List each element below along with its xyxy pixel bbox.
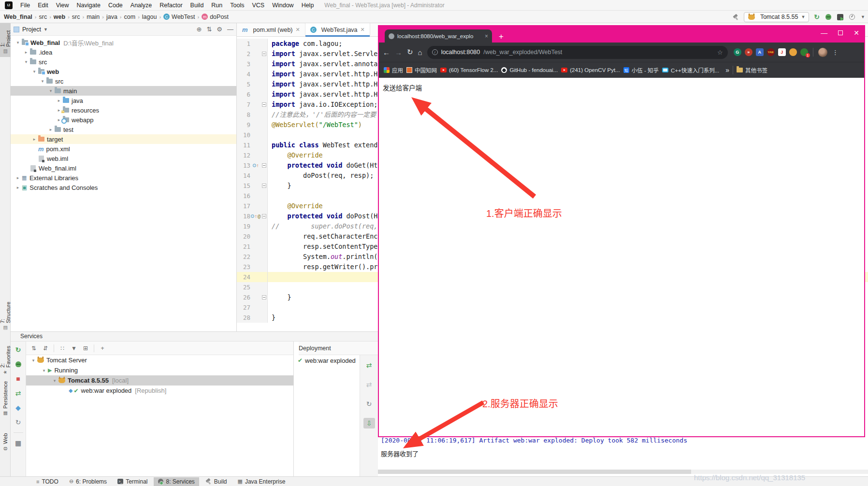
extension-icon-a[interactable]: A <box>756 48 764 56</box>
back-icon[interactable]: ← <box>383 48 390 57</box>
breadcrumb-item[interactable]: main <box>87 14 100 20</box>
sidebar-item-persistence[interactable]: ▦Persistence <box>0 379 11 418</box>
fold-marker-icon[interactable] <box>262 214 266 218</box>
rerun-icon[interactable]: ↻ <box>814 14 820 20</box>
extension-icon-j[interactable]: J <box>778 48 786 56</box>
collapse-all-icon[interactable]: ⇅ <box>206 26 212 32</box>
debug-server-icon[interactable] <box>14 360 23 369</box>
site-info-icon[interactable]: i <box>432 49 438 55</box>
tree-item-test[interactable]: ▸test <box>11 125 236 134</box>
fold-marker-icon[interactable] <box>262 102 266 107</box>
tab-close-icon[interactable]: × <box>485 33 488 40</box>
breadcrumb-item[interactable]: src <box>72 14 80 20</box>
tab-close-icon[interactable]: ✕ <box>296 27 300 33</box>
chevron-down-icon[interactable]: ▾ <box>39 79 46 84</box>
menu-edit[interactable]: Edit <box>34 1 52 10</box>
statusbar-tab-java-enterprise[interactable]: ▦Java Enterprise <box>233 477 290 486</box>
tree-item-java[interactable]: ▸java <box>11 96 236 105</box>
breadcrumb-item[interactable]: java <box>106 14 117 20</box>
chevron-down-icon[interactable]: ▾ <box>23 59 29 64</box>
browser-tab[interactable]: localhost:8080/web_war_explo × <box>385 29 492 43</box>
stop-server-icon[interactable]: ■ <box>14 374 23 383</box>
bookmark-cnki[interactable]: 中国知网 <box>406 66 437 74</box>
tab-close-icon[interactable]: ✕ <box>361 27 365 33</box>
tree-item-main[interactable]: ▾main <box>11 86 236 96</box>
menu-run[interactable]: Run <box>207 1 226 10</box>
project-panel-title[interactable]: Project <box>22 26 41 33</box>
extension-icon-ext6[interactable]: 1 <box>800 48 808 56</box>
fold-marker-icon[interactable] <box>262 163 266 168</box>
tree-item-src[interactable]: ▾src <box>11 57 236 67</box>
minimize-button[interactable]: — <box>821 29 827 37</box>
profile-avatar[interactable] <box>818 48 827 57</box>
sidebar-item-1-project[interactable]: ▤1: Project <box>0 23 11 57</box>
service-item-tomcat-server[interactable]: ▾Tomcat Server <box>26 355 293 365</box>
chevron-right-icon[interactable]: ▸ <box>23 50 29 55</box>
bookmark-bilibili[interactable]: C++快速入门系列... <box>662 66 719 74</box>
service-item-running[interactable]: ▾▶Running <box>26 365 293 375</box>
deploy-icon[interactable]: ⇄ <box>363 360 375 371</box>
chevron-right-icon[interactable]: ▸ <box>31 137 38 142</box>
tree-item-target[interactable]: ▸target <box>11 134 236 144</box>
sidebar-item-2-favorites[interactable]: ★2: Favorites <box>0 338 11 378</box>
chevron-right-icon[interactable]: ▸ <box>47 127 54 132</box>
profiler-icon[interactable] <box>849 14 855 20</box>
chevron-down-icon[interactable]: ▼ <box>43 27 48 32</box>
filter-icon[interactable]: ▼ <box>69 344 79 353</box>
refresh-deployment-icon[interactable]: ↻ <box>363 399 375 409</box>
extension-icon-g[interactable]: G <box>734 48 741 56</box>
override-marker-icon[interactable] <box>253 164 256 167</box>
tree-item--idea[interactable]: ▸.idea <box>11 47 236 57</box>
service-item-tomcat-8-5-55[interactable]: ▾Tomcat 8.5.55 [local] <box>26 375 293 386</box>
tree-item-web-iml[interactable]: web.iml <box>11 154 236 163</box>
gear-icon[interactable]: ⚙ <box>217 26 222 32</box>
scrollbar-thumb[interactable] <box>378 470 691 474</box>
chevron-down-icon[interactable]: ▾ <box>30 358 37 363</box>
forward-icon[interactable]: → <box>395 48 402 57</box>
deployment-row[interactable]: ✔web:war exploded <box>294 355 360 366</box>
hide-panel-icon[interactable]: — <box>227 26 233 32</box>
tree-item-web[interactable]: ▾web <box>11 67 236 76</box>
locate-icon[interactable]: ⊕ <box>197 26 202 32</box>
extension-icon-»[interactable]: » <box>745 48 752 56</box>
breadcrumb-item[interactable]: lagou <box>142 14 157 20</box>
extension-icon-ext5[interactable] <box>789 48 797 56</box>
bookmarks-overflow-icon[interactable]: » <box>725 66 729 74</box>
breadcrumb-item[interactable]: Web_final <box>4 14 32 20</box>
editor-tab-webtest-java[interactable]: CWebTest.java✕ <box>305 23 370 36</box>
menu-tools[interactable]: Tools <box>226 1 248 10</box>
chevron-right-icon[interactable]: ▸ <box>56 98 62 103</box>
connect-icon[interactable]: ↻ <box>14 418 23 427</box>
add-service-icon[interactable]: + <box>98 344 107 353</box>
breadcrumb-item[interactable]: com <box>124 14 136 20</box>
menu-window[interactable]: Window <box>268 1 297 10</box>
address-bar[interactable]: i localhost:8080 /web_war_exploded/WebTe… <box>427 46 728 59</box>
breadcrumb-item[interactable]: src <box>39 14 47 20</box>
debug-icon[interactable] <box>825 14 831 20</box>
fold-marker-icon[interactable] <box>262 295 266 300</box>
menu-code[interactable]: Code <box>104 1 127 10</box>
tree-item-external-libraries[interactable]: ▸≣External Libraries <box>11 173 236 183</box>
menu-refactor[interactable]: Refactor <box>156 1 186 10</box>
chevron-down-icon[interactable]: ▾ <box>51 378 58 383</box>
build-hammer-icon[interactable] <box>733 14 739 20</box>
close-button[interactable]: ✕ <box>854 29 859 37</box>
menu-view[interactable]: View <box>52 1 73 10</box>
bookmark-youtube[interactable]: (241) OpenCV Pyt... <box>561 67 620 73</box>
statusbar-tab-terminal[interactable]: >_Terminal <box>113 477 152 486</box>
bookmark-github[interactable]: GitHub - fendouai... <box>501 67 558 73</box>
new-tab-button[interactable]: + <box>499 32 504 41</box>
expand-all-icon[interactable]: ⇅ <box>29 344 39 353</box>
menu-file[interactable]: File <box>16 1 34 10</box>
update-application-icon[interactable]: ◆ <box>14 403 23 412</box>
rerun-server-icon[interactable]: ↻ <box>14 345 23 354</box>
menu-help[interactable]: Help <box>298 1 318 10</box>
statusbar-tab-8-services[interactable]: 8: Services <box>154 477 199 486</box>
chevron-down-icon[interactable]: ▼ <box>861 14 865 19</box>
other-bookmarks-button[interactable]: 其他书签 <box>737 66 767 74</box>
browser-menu-icon[interactable]: ⋮ <box>832 49 839 56</box>
bookmark-youtube[interactable]: (60) TensorFlow 2... <box>440 67 498 73</box>
menu-vcs[interactable]: VCS <box>248 1 268 10</box>
tree-item-scratches-and-consoles[interactable]: ▸▣Scratches and Consoles <box>11 183 236 192</box>
reload-icon[interactable]: ↻ <box>407 48 413 57</box>
